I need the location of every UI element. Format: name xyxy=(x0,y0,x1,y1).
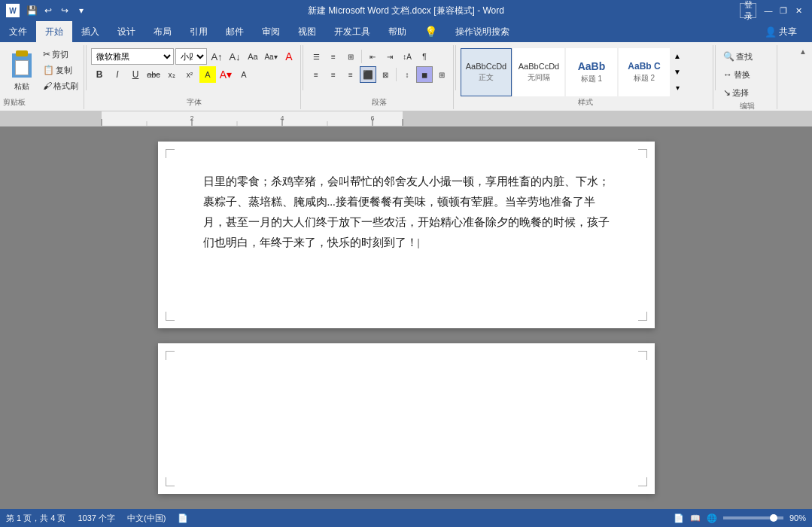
tab-mailings[interactable]: 邮件 xyxy=(217,21,253,42)
view-layout-btn[interactable]: 📄 xyxy=(674,513,684,523)
page-2 xyxy=(158,343,655,494)
styles-row: AaBbCcDd 正文 AaBbCcDd 无间隔 AaBb 标题 1 AaBb … xyxy=(461,47,710,97)
save-quick-btn[interactable]: 💾 xyxy=(24,4,39,17)
cut-button[interactable]: ✂ 剪切 xyxy=(41,47,81,62)
close-button[interactable]: ✕ xyxy=(791,4,806,17)
tab-bulb[interactable]: 💡 xyxy=(415,21,446,42)
style-heading2[interactable]: AaBb C 标题 2 xyxy=(619,48,670,96)
page-1-text: 日里的零食；杀鸡宰猪，会叫帮忙的邻舍友人小撮一顿，享用牲畜的内脏、下水；裹粽子、… xyxy=(203,172,610,253)
doc-mode-icon: 📄 xyxy=(178,513,188,523)
tab-file[interactable]: 文件 xyxy=(0,21,36,42)
clipboard-small-buttons: ✂ 剪切 📋 复制 🖌 格式刷 xyxy=(41,47,81,93)
tab-developer[interactable]: 开发工具 xyxy=(325,21,379,42)
para-shading-btn[interactable]: ◼ xyxy=(416,66,433,83)
font-family-select[interactable]: 微软雅黑 xyxy=(91,48,174,65)
style-heading1-preview: AaBb xyxy=(578,60,606,72)
view-read-btn[interactable]: 📖 xyxy=(690,513,701,523)
highlight-btn[interactable]: A xyxy=(199,66,216,83)
tab-home[interactable]: 开始 xyxy=(36,21,72,42)
borders-btn[interactable]: ⊞ xyxy=(433,66,450,83)
view-web-btn[interactable]: 🌐 xyxy=(707,513,717,523)
select-button[interactable]: ↘ 选择 xyxy=(720,84,774,101)
paste-button[interactable]: 粘贴 xyxy=(5,47,39,96)
italic-button[interactable]: I xyxy=(109,66,126,83)
corner-tr-p1 xyxy=(638,149,647,158)
tab-view[interactable]: 视图 xyxy=(289,21,325,42)
clipboard-group-label: 剪贴板 xyxy=(3,97,26,108)
align-right-btn[interactable]: ≡ xyxy=(342,66,359,83)
styles-scroll-up[interactable]: ▲ xyxy=(671,49,683,64)
format-painter-button[interactable]: 🖌 格式刷 xyxy=(41,78,81,93)
language[interactable]: 中文(中国) xyxy=(127,513,166,524)
change-case-btn[interactable]: Aa▾ xyxy=(263,48,279,65)
show-marks-btn[interactable]: ¶ xyxy=(416,48,433,65)
replace-button[interactable]: ↔ 替换 xyxy=(720,66,774,83)
word-icon: W xyxy=(6,4,20,17)
tab-layout[interactable]: 布局 xyxy=(144,21,181,42)
ribbon-content: 粘贴 ✂ 剪切 📋 复制 🖌 格式刷 剪贴板 微软雅黑 小四 xyxy=(0,42,812,111)
tab-help[interactable]: 帮助 xyxy=(379,21,415,42)
subscript-button[interactable]: x₂ xyxy=(163,66,180,83)
page-2-content[interactable] xyxy=(158,343,655,494)
find-button[interactable]: 🔍 查找 xyxy=(720,48,774,65)
increase-font-btn[interactable]: A↑ xyxy=(208,48,225,65)
style-heading2-label: 标题 2 xyxy=(634,73,655,84)
numbering-btn[interactable]: ≡ xyxy=(325,48,342,65)
tab-references[interactable]: 引用 xyxy=(181,21,217,42)
increase-indent-btn[interactable]: ⇥ xyxy=(382,48,398,65)
svg-text:2: 2 xyxy=(190,114,193,122)
bold-button[interactable]: B xyxy=(91,66,108,83)
columns-btn[interactable]: ⊠ xyxy=(377,66,394,83)
divider-font-para xyxy=(303,45,303,90)
align-justify-btn[interactable]: ⬛ xyxy=(360,66,376,83)
strikethrough-button[interactable]: abc xyxy=(145,66,162,83)
style-normal[interactable]: AaBbCcDd 正文 xyxy=(461,48,512,96)
copy-button[interactable]: 📋 复制 xyxy=(41,62,81,78)
svg-text:6: 6 xyxy=(370,114,374,122)
paragraph-group: ☰ ≡ ⊞ ⇤ ⇥ ↕A ¶ ≡ ≡ ≡ ⬛ ⊠ ↕ ◼ ⊞ 段落 xyxy=(305,45,454,109)
svg-rect-1 xyxy=(11,111,102,126)
align-left-btn[interactable]: ≡ xyxy=(308,66,324,83)
styles-expand[interactable]: ▾ xyxy=(671,81,683,96)
status-bar: 第 1 页，共 4 页 1037 个字 中文(中国) 📄 📄 📖 🌐 90% xyxy=(0,509,812,527)
restore-button[interactable]: ❐ xyxy=(776,4,791,17)
style-heading1[interactable]: AaBb 标题 1 xyxy=(566,48,617,96)
font-group: 微软雅黑 小四 A↑ A↓ Aa Aa▾ A B I U abc x₂ x² A… xyxy=(88,45,301,109)
text-color-btn[interactable]: A xyxy=(281,48,297,65)
multilevel-btn[interactable]: ⊞ xyxy=(342,48,359,65)
bullets-btn[interactable]: ☰ xyxy=(308,48,324,65)
tab-design[interactable]: 设计 xyxy=(108,21,144,42)
styles-scroll-down[interactable]: ▼ xyxy=(671,65,683,80)
editing-group-label: 编辑 xyxy=(720,101,774,111)
decrease-font-btn[interactable]: A↓ xyxy=(227,48,243,65)
more-quick-btn[interactable]: ▾ xyxy=(74,4,89,17)
font-row-2: B I U abc x₂ x² A A▾ A xyxy=(91,66,297,83)
tab-search[interactable]: 操作说明搜索 xyxy=(446,21,519,42)
tab-insert[interactable]: 插入 xyxy=(72,21,108,42)
corner-br-p1 xyxy=(638,312,647,321)
font-effects-btn[interactable]: A xyxy=(236,66,252,83)
line-spacing-btn[interactable]: ↕ xyxy=(399,66,415,83)
page-1-content[interactable]: 日里的零食；杀鸡宰猪，会叫帮忙的邻舍友人小撮一顿，享用牲畜的内脏、下水；裹粽子、… xyxy=(158,142,655,283)
style-nospace[interactable]: AaBbCcDd 无间隔 xyxy=(513,48,564,96)
tab-review[interactable]: 审阅 xyxy=(253,21,289,42)
redo-quick-btn[interactable]: ↪ xyxy=(57,4,72,17)
login-button[interactable]: 登录 xyxy=(740,3,756,18)
align-center-btn[interactable]: ≡ xyxy=(325,66,342,83)
sort-btn[interactable]: ↕A xyxy=(399,48,415,65)
page-1: 日里的零食；杀鸡宰猪，会叫帮忙的邻舍友人小撮一顿，享用牲畜的内脏、下水；裹粽子、… xyxy=(158,142,655,328)
underline-button[interactable]: U xyxy=(127,66,144,83)
zoom-level[interactable]: 90% xyxy=(789,513,806,522)
paragraph-group-label: 段落 xyxy=(308,97,450,108)
ribbon-resize-btn[interactable]: ▲ xyxy=(797,45,809,57)
minimize-button[interactable]: — xyxy=(761,4,776,17)
decrease-indent-btn[interactable]: ⇤ xyxy=(364,48,381,65)
font-size-select[interactable]: 小四 xyxy=(175,48,207,65)
clear-format-btn[interactable]: Aa xyxy=(245,48,261,65)
svg-text:4: 4 xyxy=(280,114,284,122)
font-color-btn[interactable]: A▾ xyxy=(217,66,234,83)
share-button[interactable]: 👤 共享 xyxy=(756,21,806,42)
zoom-slider[interactable] xyxy=(723,516,783,519)
superscript-button[interactable]: x² xyxy=(181,66,198,83)
undo-quick-btn[interactable]: ↩ xyxy=(41,4,56,17)
